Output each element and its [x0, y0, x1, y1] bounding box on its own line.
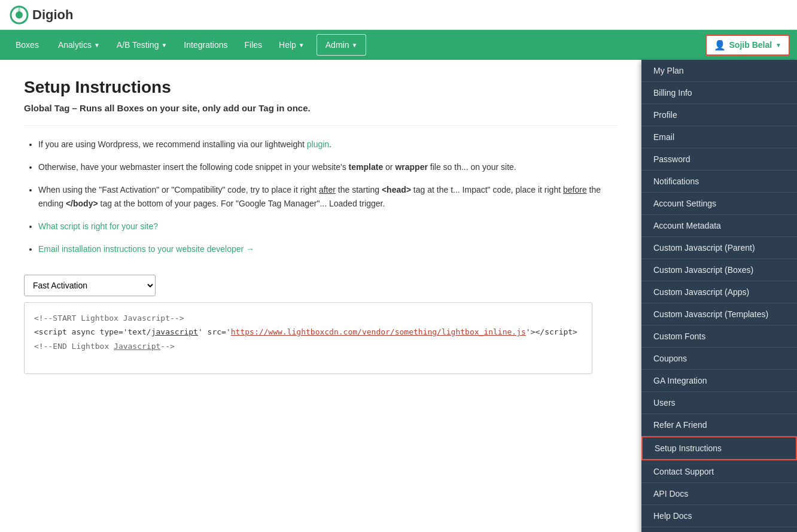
activation-select-wrap: Fast Activation Compatibility Minimal Im… [24, 275, 616, 296]
nav-item-files[interactable]: Files [236, 30, 271, 60]
logo-text: Digioh [32, 7, 73, 23]
user-button[interactable]: 👤 Sojib Belal ▼ [705, 35, 790, 56]
dropdown-item-custom-js-boxes[interactable]: Custom Javascript (Boxes) [641, 259, 797, 281]
dropdown-item-account-settings[interactable]: Account Settings [641, 193, 797, 215]
user-dropdown-menu: My Plan Billing Info Profile Email Passw… [641, 60, 797, 392]
dropdown-item-ga-integration[interactable]: GA Integration [641, 370, 797, 392]
list-item: If you are using Wordpress, we recommend… [38, 138, 616, 152]
instructions-list: If you are using Wordpress, we recommend… [24, 138, 616, 257]
page-title: Setup Instructions [24, 78, 616, 97]
analytics-caret-icon: ▼ [94, 42, 100, 48]
list-item: What script is right for your site? [38, 220, 616, 234]
dropdown-item-email[interactable]: Email [641, 126, 797, 148]
abtesting-caret-icon: ▼ [161, 42, 167, 48]
dropdown-item-profile[interactable]: Profile [641, 104, 797, 126]
nav-item-boxes[interactable]: Boxes [5, 30, 50, 60]
code-line-2: <script async type='text/javascript' src… [34, 325, 582, 339]
user-label: Sojib Belal [729, 40, 772, 50]
email-instructions-link[interactable]: Email installation instructions to your … [38, 244, 254, 254]
dropdown-item-coupons[interactable]: Coupons [641, 348, 797, 370]
dropdown-item-custom-js-apps[interactable]: Custom Javascript (Apps) [641, 281, 797, 303]
dropdown-item-myplan[interactable]: My Plan [641, 60, 797, 82]
dropdown-item-custom-js-templates[interactable]: Custom Javascript (Templates) [641, 303, 797, 326]
dropdown-item-password[interactable]: Password [641, 148, 797, 171]
page-subtitle: Global Tag – Runs all Boxes on your site… [24, 103, 616, 126]
list-item: When using the "Fast Activation" or "Com… [38, 183, 616, 212]
help-caret-icon: ▼ [299, 42, 305, 48]
dropdown-item-account-metadata[interactable]: Account Metadata [641, 215, 797, 237]
list-item: Email installation instructions to your … [38, 242, 616, 257]
logo-icon [10, 5, 29, 25]
dropdown-item-custom-js-parent[interactable]: Custom Javascript (Parent) [641, 237, 797, 259]
logo[interactable]: Digioh [10, 5, 73, 25]
nav-item-admin[interactable]: Admin ▼ [317, 34, 367, 56]
user-caret-icon: ▼ [775, 42, 781, 48]
code-box: <!--START Lightbox Javascript--> <script… [24, 302, 592, 374]
user-icon: 👤 [714, 39, 726, 51]
nav-item-integrations[interactable]: Integrations [175, 30, 236, 60]
code-line-1: <!--START Lightbox Javascript--> [34, 311, 582, 325]
plugin-link[interactable]: plugin [307, 139, 329, 149]
dropdown-item-billing[interactable]: Billing Info [641, 82, 797, 104]
dropdown-item-notifications[interactable]: Notifications [641, 171, 797, 193]
nav-item-abtesting[interactable]: A/B Testing ▼ [108, 30, 175, 60]
nav-item-help[interactable]: Help ▼ [270, 30, 313, 60]
activation-select[interactable]: Fast Activation Compatibility Minimal Im… [24, 275, 156, 296]
nav-item-analytics[interactable]: Analytics ▼ [50, 30, 108, 60]
script-help-link[interactable]: What script is right for your site? [38, 221, 158, 231]
main-content: Setup Instructions Global Tag – Runs all… [0, 60, 640, 392]
admin-caret-icon: ▼ [351, 42, 357, 48]
code-line-3: <!--END Lightbox Javascript--> [34, 339, 582, 353]
list-item: Otherwise, have your webmaster insert th… [38, 160, 616, 175]
dropdown-item-custom-fonts[interactable]: Custom Fonts [641, 326, 797, 348]
